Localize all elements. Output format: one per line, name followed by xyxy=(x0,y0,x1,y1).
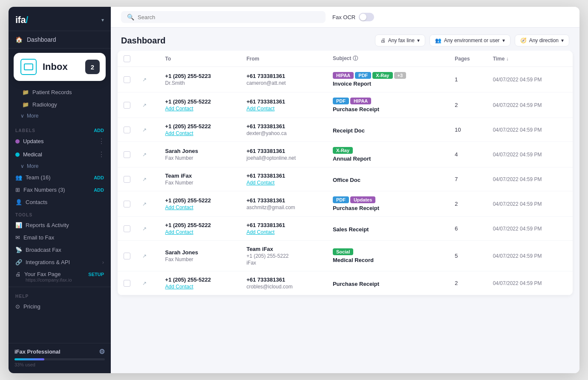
main-content: 🔍 Fax OCR Dashboard 🖨 Any fax line ▾ xyxy=(111,7,579,373)
fax-numbers-row[interactable]: ⊞ Fax Numbers (3) ADD xyxy=(9,184,111,196)
contacts-row[interactable]: 👤 Contacts xyxy=(9,196,111,208)
tags-row: Social xyxy=(333,248,443,255)
table-row[interactable]: ↗+1 (205) 255-5222Add Contact+61 7333813… xyxy=(118,271,573,295)
fax-page-row[interactable]: 🖨 Your Fax Page SETUP https://company.if… xyxy=(9,268,111,285)
labels-header: LABELS ADD xyxy=(9,124,111,135)
sidebar-item-integrations[interactable]: 🔗 Integrations & API › xyxy=(9,256,111,268)
table-body: ↗+1 (205) 255-5223Dr.Smith+61 733381361c… xyxy=(118,67,573,295)
search-wrap[interactable]: 🔍 xyxy=(121,11,326,23)
tag: Updates xyxy=(350,196,375,203)
subject: Medical Record xyxy=(333,257,443,263)
row-checkbox[interactable] xyxy=(124,151,130,158)
sidebar-item-radiology[interactable]: 📁 Radiology xyxy=(9,98,111,111)
contacts-label: Contacts xyxy=(26,199,47,205)
subject: Sales Receipt xyxy=(333,226,443,233)
direction-icon: ↗ xyxy=(142,253,147,259)
table-row[interactable]: ↗+1 (205) 255-5222Add Contact+61 7333813… xyxy=(118,92,573,118)
pages-cell: 1 xyxy=(449,67,487,92)
table-row[interactable]: ↗Sarah JonesFax NumberTeam iFax+1 (205) … xyxy=(118,241,573,271)
row-checkbox[interactable] xyxy=(124,76,130,83)
sidebar-footer: iFax Professional ⚙ 33% used xyxy=(9,343,111,373)
direction-filter[interactable]: 🧭 Any direction ▾ xyxy=(515,35,569,46)
more-nav-label: More xyxy=(27,113,38,119)
from-sub[interactable]: Add Contact xyxy=(246,106,320,112)
fax-ocr-toggle[interactable] xyxy=(359,13,374,21)
table-row[interactable]: ↗+1 (205) 255-5222Add Contact+61 7333813… xyxy=(118,217,573,241)
col-from: From xyxy=(240,51,326,67)
broadcast-icon: 📡 xyxy=(15,247,22,253)
from-sub[interactable]: Add Contact xyxy=(246,229,320,235)
tag: PDF xyxy=(333,98,349,104)
to-sub[interactable]: Add Contact xyxy=(165,229,235,235)
label-menu-icon[interactable]: ⋮ xyxy=(98,150,105,158)
tag: +3 xyxy=(394,72,406,79)
select-all-checkbox[interactable] xyxy=(124,55,130,62)
table-row[interactable]: ↗Team iFaxFax Number+61 733381361Add Con… xyxy=(118,167,573,191)
dir-label: Any direction xyxy=(529,37,559,43)
sidebar-item-reports[interactable]: 📊 Reports & Activity xyxy=(9,219,111,231)
row-checkbox[interactable] xyxy=(124,176,130,183)
fax-line-filter[interactable]: 🖨 Any fax line ▾ xyxy=(375,35,425,46)
search-input[interactable] xyxy=(138,14,320,20)
sidebar-item-pricing[interactable]: ⊙ Pricing xyxy=(9,300,111,313)
logo-area[interactable]: ifa/ ▾ xyxy=(9,7,111,31)
progress-track xyxy=(14,358,105,360)
table-row[interactable]: ↗+1 (205) 255-5222Add Contact+61 7333813… xyxy=(118,118,573,142)
more-nav-toggle[interactable]: ∨ More xyxy=(9,111,111,121)
time-cell: 04/07/2022 04:59 PM xyxy=(487,217,573,241)
label-item-updates[interactable]: Updates ⋮ xyxy=(9,135,111,148)
pages-cell: 7 xyxy=(449,167,487,191)
label-item-medical[interactable]: Medical ⋮ xyxy=(9,148,111,161)
row-checkbox[interactable] xyxy=(124,280,130,287)
setup-button[interactable]: SETUP xyxy=(88,272,104,277)
reports-label: Reports & Activity xyxy=(26,222,69,228)
from-sub: crobles@icloud.com xyxy=(246,284,320,290)
label-menu-icon[interactable]: ⋮ xyxy=(98,137,105,145)
row-checkbox[interactable] xyxy=(124,225,130,232)
gear-icon[interactable]: ⚙ xyxy=(99,348,105,356)
sidebar-item-email-to-fax[interactable]: ✉ Email to Fax xyxy=(9,231,111,244)
chevron-down-icon: ∨ xyxy=(20,163,24,169)
from-main: +61 733381361 xyxy=(246,276,320,283)
row-checkbox[interactable] xyxy=(124,102,130,109)
home-icon: 🏠 xyxy=(15,36,23,43)
add-label-button[interactable]: ADD xyxy=(94,128,104,133)
reports-icon: 📊 xyxy=(15,222,22,228)
sidebar-item-dashboard[interactable]: 🏠 Dashboard xyxy=(9,31,111,49)
tools-header: TOOLS xyxy=(9,208,111,219)
to-sub[interactable]: Add Contact xyxy=(165,284,235,290)
row-checkbox[interactable] xyxy=(124,127,130,133)
sidebar-item-broadcast-fax[interactable]: 📡 Broadcast Fax xyxy=(9,244,111,256)
fax-numbers-add-button[interactable]: ADD xyxy=(94,187,104,193)
row-checkbox[interactable] xyxy=(124,201,130,207)
table-row[interactable]: ↗+1 (205) 255-5222Add Contact+61 7333813… xyxy=(118,191,573,217)
from-sub: dexter@yahoo.ca xyxy=(246,130,320,136)
help-section: HELP ⊙ Pricing xyxy=(9,287,111,315)
table-row[interactable]: ↗Sarah JonesFax Number+61 733381361joeha… xyxy=(118,142,573,167)
env-icon: 👥 xyxy=(435,37,441,43)
from-sub[interactable]: Add Contact xyxy=(246,180,320,186)
logo-chevron-icon: ▾ xyxy=(101,17,104,23)
help-header: HELP xyxy=(9,290,111,300)
fax-page-label: Your Fax Page xyxy=(24,271,61,277)
team-label: Team (16) xyxy=(26,174,51,181)
team-add-button[interactable]: ADD xyxy=(94,175,104,180)
sidebar-item-patient-records[interactable]: 📁 Patient Records xyxy=(9,86,111,98)
time-cell: 04/07/2022 04:59 PM xyxy=(487,118,573,142)
time-cell: 04/07/2022 04:59 PM xyxy=(487,92,573,118)
subject: Purchase Receipt xyxy=(333,106,443,112)
more-labels-toggle[interactable]: ∨ More xyxy=(9,161,111,171)
folder-icon: 📁 xyxy=(22,89,29,95)
to-sub[interactable]: Add Contact xyxy=(165,106,235,112)
team-row[interactable]: 👥 Team (16) ADD xyxy=(9,171,111,184)
inbox-card[interactable]: Inbox 2 xyxy=(14,53,106,81)
nav-section: 📁 Patient Records 📁 Radiology ∨ More xyxy=(9,83,111,124)
fax-page-url: https://company.ifax.io xyxy=(15,277,104,282)
tags-row: HIPAAPDFX-Ray+3 xyxy=(333,72,443,79)
environment-filter[interactable]: 👥 Any environment or user ▾ xyxy=(429,35,510,46)
to-sub[interactable]: Add Contact xyxy=(165,204,235,210)
to-sub[interactable]: Add Contact xyxy=(165,130,235,136)
integrations-label: Integrations & API xyxy=(26,259,70,265)
row-checkbox[interactable] xyxy=(124,253,130,259)
table-row[interactable]: ↗+1 (205) 255-5223Dr.Smith+61 733381361c… xyxy=(118,67,573,92)
